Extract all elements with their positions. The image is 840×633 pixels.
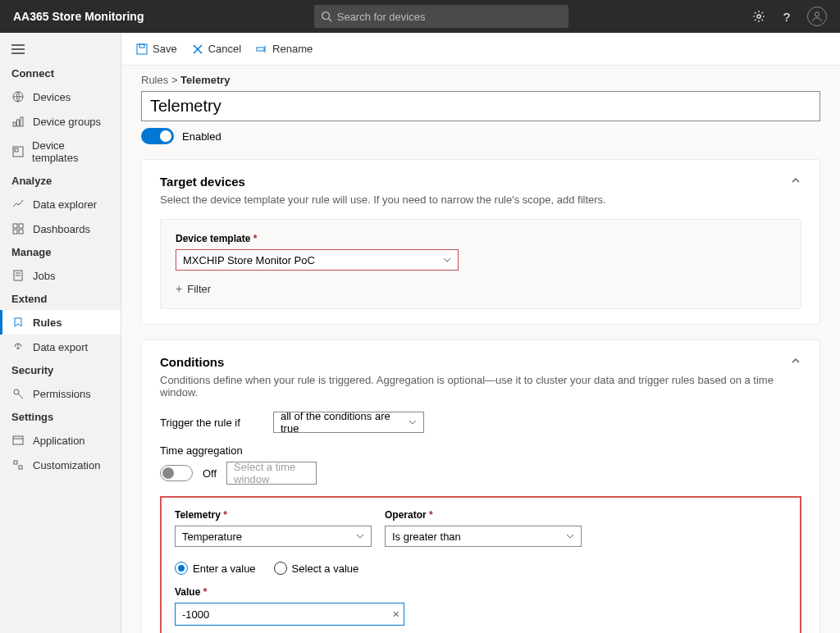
enabled-label: Enabled xyxy=(182,130,221,143)
rules-icon xyxy=(11,316,25,329)
customize-icon xyxy=(11,458,25,471)
dashboard-icon xyxy=(11,222,25,235)
breadcrumb: Rules > Telemetry xyxy=(141,74,820,86)
sidebar-item-device-groups[interactable]: Device groups xyxy=(0,109,121,134)
radio-select-value[interactable]: Select a value xyxy=(274,562,359,575)
topbar: AA365 Store Monitoring ? xyxy=(0,0,840,33)
rename-button[interactable]: Rename xyxy=(256,43,313,55)
help-icon[interactable]: ? xyxy=(779,9,794,24)
svg-rect-15 xyxy=(13,230,17,234)
globe-icon xyxy=(11,90,25,103)
telemetry-select[interactable]: Temperature xyxy=(175,526,372,547)
sidebar-group: Analyze xyxy=(0,170,121,192)
aggregation-toggle[interactable] xyxy=(160,465,193,481)
svg-point-2 xyxy=(757,15,760,18)
sidebar-item-application[interactable]: Application xyxy=(0,428,121,453)
enabled-toggle[interactable] xyxy=(141,128,174,144)
jobs-icon xyxy=(11,269,25,282)
save-icon xyxy=(136,43,148,55)
key-icon xyxy=(11,387,25,400)
sidebar-group: Settings xyxy=(0,406,121,428)
device-template-select[interactable]: MXCHIP Store Monitor PoC xyxy=(176,249,459,271)
chart-icon xyxy=(11,198,25,211)
device-template-label: Device template * xyxy=(176,233,786,244)
chevron-down-icon xyxy=(443,256,451,264)
svg-rect-16 xyxy=(19,230,23,234)
operator-label: Operator * xyxy=(385,509,582,521)
svg-rect-14 xyxy=(19,224,23,228)
aggregation-state: Off xyxy=(203,467,217,480)
clear-icon[interactable]: × xyxy=(393,608,399,621)
sidebar-item-data-explorer[interactable]: Data explorer xyxy=(0,192,121,216)
breadcrumb-current: Telemetry xyxy=(180,74,230,86)
svg-rect-10 xyxy=(21,117,23,126)
save-button[interactable]: Save xyxy=(136,43,177,55)
svg-rect-9 xyxy=(17,120,20,126)
card-title: Conditions xyxy=(160,355,224,369)
telemetry-label: Telemetry * xyxy=(175,509,372,521)
sidebar: Connect Devices Device groups Device tem… xyxy=(0,33,121,633)
hamburger-icon[interactable] xyxy=(0,39,121,62)
breadcrumb-root[interactable]: Rules xyxy=(141,74,168,86)
groups-icon xyxy=(11,115,25,128)
search-input[interactable] xyxy=(337,11,562,23)
svg-rect-8 xyxy=(13,122,16,126)
add-filter-button[interactable]: +Filter xyxy=(176,282,786,295)
plus-icon: + xyxy=(176,282,182,295)
card-description: Conditions define when your rule is trig… xyxy=(160,374,801,398)
cancel-button[interactable]: Cancel xyxy=(192,43,241,55)
sidebar-item-dashboards[interactable]: Dashboards xyxy=(0,216,121,241)
sidebar-group: Extend xyxy=(0,288,121,310)
chevron-up-icon[interactable] xyxy=(790,175,801,194)
svg-rect-25 xyxy=(19,466,22,469)
value-label: Value * xyxy=(175,586,787,598)
command-bar: Save Cancel Rename xyxy=(121,33,840,66)
templates-icon xyxy=(11,145,24,158)
rename-icon xyxy=(256,43,267,55)
svg-rect-24 xyxy=(14,461,17,464)
svg-rect-12 xyxy=(15,148,18,152)
svg-line-21 xyxy=(18,394,23,398)
chevron-down-icon xyxy=(566,532,574,540)
chevron-down-icon xyxy=(409,418,417,426)
svg-point-3 xyxy=(815,12,819,16)
conditions-card: Conditions Conditions define when your r… xyxy=(141,339,820,633)
sidebar-item-customization[interactable]: Customization xyxy=(0,453,121,477)
search-icon xyxy=(321,11,332,22)
trigger-select[interactable]: all of the conditions are true xyxy=(273,412,424,433)
app-icon xyxy=(11,434,25,447)
sidebar-group: Connect xyxy=(0,62,121,84)
svg-rect-22 xyxy=(13,436,23,444)
sidebar-item-devices[interactable]: Devices xyxy=(0,84,121,109)
sidebar-item-device-templates[interactable]: Device templates xyxy=(0,134,121,170)
close-icon xyxy=(192,43,203,55)
search-box[interactable] xyxy=(314,5,568,28)
trigger-label: Trigger the rule if xyxy=(160,417,258,429)
chevron-down-icon xyxy=(356,532,364,540)
export-icon xyxy=(11,340,25,353)
svg-rect-30 xyxy=(257,48,264,51)
card-title: Target devices xyxy=(160,175,245,189)
sidebar-item-permissions[interactable]: Permissions xyxy=(0,381,121,406)
radio-enter-value[interactable]: Enter a value xyxy=(175,562,256,575)
app-title: AA365 Store Monitoring xyxy=(13,10,144,23)
chevron-up-icon[interactable] xyxy=(790,355,801,374)
condition-editor: Telemetry * Temperature Operator * Is gr… xyxy=(160,496,801,633)
sidebar-item-data-export[interactable]: Data export xyxy=(0,335,121,359)
avatar-icon[interactable] xyxy=(807,7,827,26)
rule-name-input[interactable] xyxy=(141,91,820,121)
svg-point-0 xyxy=(322,12,329,20)
operator-select[interactable]: Is greater than xyxy=(385,526,582,547)
target-devices-card: Target devices Select the device templat… xyxy=(141,159,820,325)
sidebar-item-jobs[interactable]: Jobs xyxy=(0,263,121,288)
time-window-select[interactable]: Select a time window xyxy=(226,462,317,485)
value-input[interactable] xyxy=(175,603,404,626)
card-description: Select the device template your rule wil… xyxy=(160,194,801,206)
sidebar-group: Security xyxy=(0,359,121,381)
sidebar-item-rules[interactable]: Rules xyxy=(0,310,121,335)
aggregation-label: Time aggregation xyxy=(160,444,801,457)
svg-rect-13 xyxy=(13,224,17,228)
main-panel: Save Cancel Rename Rules > Telemetry Ena… xyxy=(121,33,840,633)
svg-rect-27 xyxy=(139,44,144,48)
gear-icon[interactable] xyxy=(751,9,766,24)
